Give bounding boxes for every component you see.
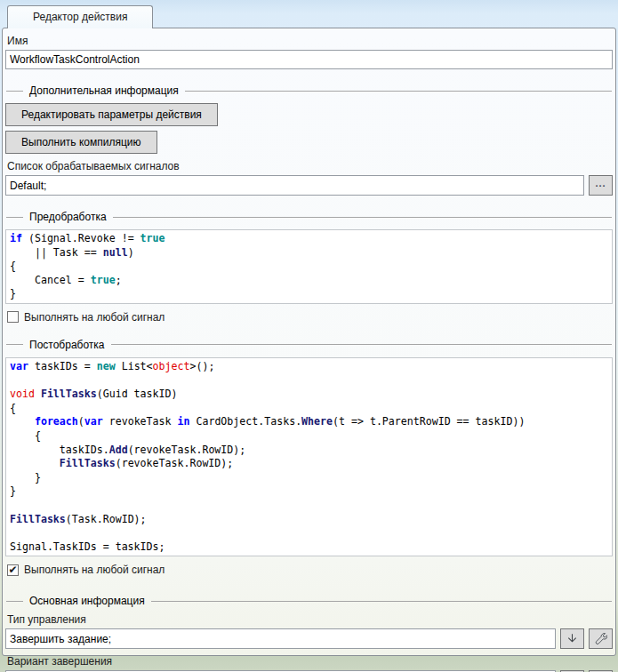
code-line xyxy=(10,499,608,513)
code-line: void FillTasks(Guid taskID) xyxy=(10,388,608,402)
action-editor-page: Имя Дополнительная информация Редактиров… xyxy=(2,28,616,656)
code-line: taskIDs.Add(revokeTask.RowID); xyxy=(10,444,608,458)
edit-action-params-button[interactable]: Редактировать параметры действия xyxy=(5,103,218,126)
code-line: Cancel = true; xyxy=(10,274,608,288)
tab-strip: Редактор действия xyxy=(0,0,618,28)
code-line: } xyxy=(10,287,608,301)
preprocess-any-signal-row: Выполнять на любой сигнал xyxy=(7,311,613,324)
group-additional-info: Дополнительная информация xyxy=(6,84,612,97)
control-type-label: Тип управления xyxy=(7,613,613,626)
control-type-dropdown-button[interactable] xyxy=(560,628,584,649)
completion-variant-label: Вариант завершения xyxy=(7,655,613,668)
code-line: FillTasks(Task.RowID); xyxy=(10,513,608,527)
code-line: Signal.TaskIDs = taskIDs; xyxy=(10,540,608,555)
code-line: FillTasks(revokeTask.RowID); xyxy=(10,457,608,471)
code-line xyxy=(10,526,608,540)
group-preprocess-title: Предобработка xyxy=(23,211,113,223)
preprocess-code-editor[interactable]: if (Signal.Revoke != true || Task == nul… xyxy=(5,229,613,304)
code-line xyxy=(10,374,608,388)
signals-row: ... xyxy=(5,175,613,196)
postprocess-any-signal-checkbox[interactable]: ✔ xyxy=(7,564,19,576)
signals-input[interactable] xyxy=(5,175,584,196)
code-line: { xyxy=(10,429,608,444)
code-line: var taskIDs = new List<object>(); xyxy=(10,360,608,374)
ellipsis-icon: ... xyxy=(595,178,606,188)
signals-browse-button[interactable]: ... xyxy=(589,175,613,196)
code-line: foreach(var revokeTask in CardObject.Tas… xyxy=(10,415,608,429)
group-main-info: Основная информация xyxy=(6,595,612,607)
group-main-info-title: Основная информация xyxy=(23,595,151,607)
tab-action-editor[interactable]: Редактор действия xyxy=(7,5,153,28)
wrench-icon xyxy=(594,632,607,645)
checkmark-icon: ✔ xyxy=(8,564,17,575)
preprocess-any-signal-checkbox[interactable] xyxy=(7,311,19,323)
postprocess-any-signal-row: ✔ Выполнять на любой сигнал xyxy=(7,564,613,576)
arrow-down-icon xyxy=(566,632,579,645)
preprocess-any-signal-label: Выполнять на любой сигнал xyxy=(24,311,165,324)
code-line: { xyxy=(10,260,608,274)
code-line: || Task == null) xyxy=(10,246,608,260)
code-line: { xyxy=(10,402,608,416)
group-preprocess: Предобработка xyxy=(6,211,612,223)
group-postprocess: Постобработка xyxy=(6,339,612,351)
group-postprocess-title: Постобработка xyxy=(23,339,111,351)
name-label: Имя xyxy=(7,35,613,47)
code-line: } xyxy=(10,484,608,499)
signals-label: Список обрабатываемых сигналов xyxy=(7,160,613,172)
group-additional-info-title: Дополнительная информация xyxy=(23,84,185,97)
control-type-configure-button[interactable] xyxy=(589,628,613,649)
control-type-input[interactable] xyxy=(5,628,556,649)
tab-action-editor-label: Редактор действия xyxy=(33,11,127,23)
name-input[interactable] xyxy=(5,50,613,69)
postprocess-any-signal-label: Выполнять на любой сигнал xyxy=(24,564,165,576)
compile-button[interactable]: Выполнить компиляцию xyxy=(5,131,157,154)
code-line: if (Signal.Revoke != true xyxy=(10,232,608,246)
postprocess-code-editor[interactable]: var taskIDs = new List<object>(); void F… xyxy=(5,357,613,556)
code-line: } xyxy=(10,471,608,485)
control-type-row xyxy=(5,628,613,649)
